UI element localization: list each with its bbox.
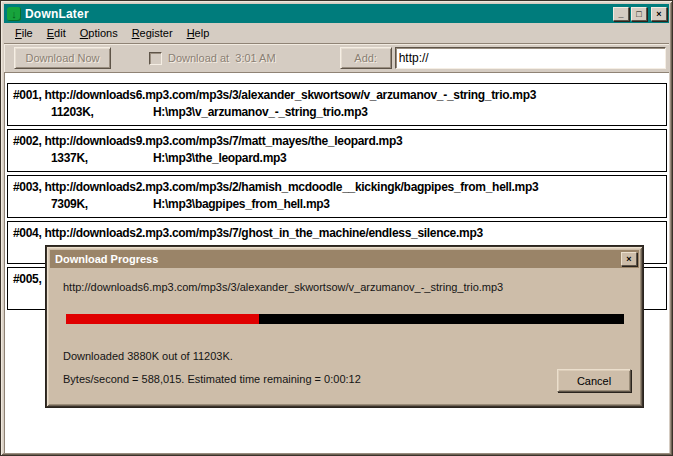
cancel-button[interactable]: Cancel <box>557 369 631 392</box>
dialog-title: Download Progress <box>55 253 621 265</box>
entry-size: 11203K, <box>51 104 153 121</box>
entry-url-line: #002, http://downloads9.mp3.com/mp3s/7/m… <box>13 133 666 150</box>
minimize-button[interactable]: _ <box>613 7 629 21</box>
download-progress-dialog: Download Progress × http://downloads6.mp… <box>46 246 643 407</box>
entry-url-line: #001, http://downloads6.mp3.com/mp3s/3/a… <box>13 87 666 104</box>
maximize-button[interactable]: □ <box>631 7 647 21</box>
download-list-item-1[interactable]: #001, http://downloads6.mp3.com/mp3s/3/a… <box>7 83 667 126</box>
dialog-titlebar[interactable]: Download Progress × <box>50 250 639 268</box>
app-window: ↓ DownLater _ □ × File Edit Options Regi… <box>0 0 673 456</box>
entry-path: H:\mp3\the_leopard.mp3 <box>153 151 286 165</box>
download-list-item-2[interactable]: #002, http://downloads9.mp3.com/mp3s/7/m… <box>7 129 667 172</box>
schedule-group: Download at 3:01 AM <box>149 52 276 65</box>
menu-options[interactable]: Options <box>73 25 125 42</box>
menu-help[interactable]: Help <box>180 25 217 42</box>
entry-path: H:\mp3\v_arzumanov_-_string_trio.mp3 <box>153 105 368 119</box>
entry-detail-line: 1337K,H:\mp3\the_leopard.mp3 <box>13 150 666 167</box>
window-title: DownLater <box>25 7 611 21</box>
entry-url-line: #003, http://downloads2.mp3.com/mp3s/2/h… <box>13 179 666 196</box>
download-now-button[interactable]: Download Now <box>14 47 111 69</box>
entry-url-line: #004, http://downloads2.mp3.com/mp3s/7/g… <box>13 225 666 242</box>
download-list-item-3[interactable]: #003, http://downloads2.mp3.com/mp3s/2/h… <box>7 175 667 218</box>
entry-detail-line: 7309K,H:\mp3\bagpipes_from_hell.mp3 <box>13 196 666 213</box>
dialog-download-url: http://downloads6.mp3.com/mp3s/3/alexand… <box>63 281 503 293</box>
dialog-close-button[interactable]: × <box>621 252 637 266</box>
menu-file[interactable]: File <box>8 25 40 42</box>
url-input[interactable] <box>395 47 666 69</box>
menu-bar: File Edit Options Register Help <box>4 23 669 44</box>
schedule-checkbox[interactable] <box>149 52 162 65</box>
entry-path: H:\mp3\bagpipes_from_hell.mp3 <box>153 197 330 211</box>
progress-bar <box>66 314 624 324</box>
menu-edit[interactable]: Edit <box>40 25 73 42</box>
entry-size: 7309K, <box>51 196 153 213</box>
app-icon: ↓ <box>7 7 21 21</box>
transfer-stats-text: Bytes/second = 588,015. Estimated time r… <box>63 373 361 385</box>
entry-size: 1337K, <box>51 150 153 167</box>
schedule-label: Download at 3:01 AM <box>168 52 276 64</box>
toolbar: Download Now Download at 3:01 AM Add: <box>4 44 669 73</box>
progress-bar-fill <box>66 314 259 324</box>
close-button[interactable]: × <box>651 7 667 21</box>
entry-detail-line: 11203K,H:\mp3\v_arzumanov_-_string_trio.… <box>13 104 666 121</box>
downloaded-status-text: Downloaded 3880K out of 11203K. <box>63 350 233 362</box>
menu-register[interactable]: Register <box>125 25 180 42</box>
add-button[interactable]: Add: <box>340 47 392 69</box>
titlebar[interactable]: ↓ DownLater _ □ × <box>4 4 669 23</box>
